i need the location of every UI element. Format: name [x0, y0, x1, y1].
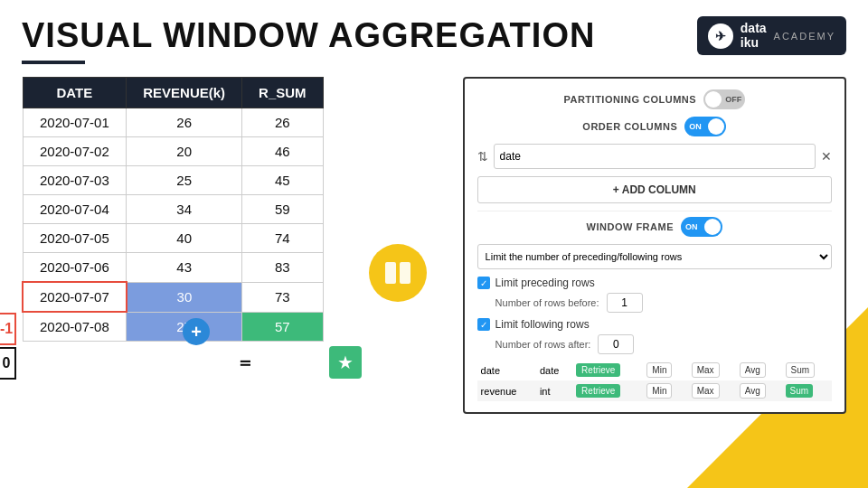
- header-divider: [22, 61, 85, 64]
- sort-icon: ⇅: [477, 149, 488, 164]
- column-dropdown[interactable]: date: [494, 144, 816, 169]
- table-cell: 74: [242, 224, 324, 253]
- table-cell: 2020-07-02: [23, 137, 127, 166]
- data-table: DATE REVENUE(k) R_SUM 2020-07-0126262020…: [22, 77, 324, 342]
- table-cell: 83: [242, 253, 324, 283]
- min-button[interactable]: Min: [646, 362, 672, 378]
- table-row: 2020-07-073073: [23, 282, 323, 312]
- wf-toggle-text: ON: [685, 222, 698, 231]
- table-row: 2020-07-032545: [23, 166, 323, 195]
- window-frame-dropdown-row: Limit the number of preceding/following …: [477, 244, 832, 269]
- bottom-table: datedateRetrieveMinMaxAvgSumrevenueintRe…: [477, 360, 832, 401]
- table-cell: 2020-07-06: [23, 253, 127, 283]
- limit-following-checkbox[interactable]: ✓: [477, 318, 490, 331]
- table-cell: 2020-07-04: [23, 195, 127, 224]
- window-frame-label: WINDOW FRAME: [587, 221, 674, 232]
- table-row: 2020-07-064383: [23, 253, 323, 283]
- partitioning-toggle[interactable]: OFF: [703, 89, 745, 109]
- bottom-col-name: date: [477, 360, 536, 380]
- limit-preceding-row: ✓ Limit preceding rows: [477, 277, 832, 289]
- bottom-col-type: int: [536, 380, 572, 401]
- wf-toggle-knob: [704, 219, 721, 235]
- main-content: -1 0 DATE REVENUE(k) R_SUM 2020-07-01262…: [0, 68, 868, 423]
- sum-button[interactable]: Sum: [786, 362, 816, 378]
- table-row: 2020-07-022046: [23, 137, 323, 166]
- table-row: 2020-07-043459: [23, 195, 323, 224]
- table-cell: 40: [127, 224, 242, 253]
- avg-button[interactable]: Avg: [740, 383, 766, 399]
- svg-rect-1: [400, 262, 410, 284]
- svg-rect-0: [385, 262, 396, 284]
- window-frame-row: WINDOW FRAME ON: [477, 217, 832, 237]
- rows-before-label: Number of rows before:: [495, 297, 599, 308]
- table-cell: 34: [127, 195, 242, 224]
- col-header-rsum: R_SUM: [242, 78, 324, 108]
- partitioning-toggle-text: OFF: [725, 95, 741, 104]
- table-cell: 2020-07-01: [23, 108, 127, 137]
- column-selector-row: ⇅ date ✕: [477, 144, 832, 169]
- max-button[interactable]: Max: [692, 362, 720, 378]
- page-title: VISUAL WINDOW AGGREGATION: [22, 16, 595, 55]
- table-cell: 45: [242, 166, 324, 195]
- table-row: 2020-07-082757: [23, 312, 323, 342]
- retrieve-button[interactable]: Retrieve: [576, 384, 620, 398]
- table-cell: 73: [242, 282, 324, 312]
- right-panel: PARTITIONING COLUMNS OFF ORDER COLUMNS O…: [463, 77, 846, 414]
- window-frame-select[interactable]: Limit the number of preceding/following …: [477, 244, 832, 269]
- table-cell: 30: [127, 282, 242, 312]
- bottom-col-type: date: [536, 360, 572, 380]
- rows-after-label: Number of rows after:: [495, 339, 591, 350]
- table-area: -1 0 DATE REVENUE(k) R_SUM 2020-07-01262…: [22, 77, 324, 342]
- order-label: ORDER COLUMNS: [582, 121, 677, 132]
- table-cell: 25: [127, 166, 242, 195]
- rows-after-row: Number of rows after:: [477, 334, 832, 354]
- table-cell: 57: [242, 312, 324, 342]
- limit-following-row: ✓ Limit following rows: [477, 318, 832, 331]
- max-button[interactable]: Max: [692, 383, 720, 399]
- rows-before-input[interactable]: [607, 293, 643, 313]
- order-toggle[interactable]: ON: [684, 117, 726, 136]
- panel-divider: [477, 211, 832, 211]
- table-cell: 46: [242, 137, 324, 166]
- table-cell: 2020-07-03: [23, 166, 127, 195]
- center-panel-icon: [369, 244, 427, 302]
- plus-badge: +: [183, 318, 210, 345]
- table-row: 2020-07-054074: [23, 224, 323, 253]
- bottom-table-row: revenueintRetrieveMinMaxAvgSum: [477, 380, 832, 401]
- column-close-icon[interactable]: ✕: [821, 149, 832, 164]
- partitioning-label: PARTITIONING COLUMNS: [563, 94, 696, 105]
- limit-following-label: Limit following rows: [495, 318, 590, 331]
- logo-sub: ACADEMY: [774, 31, 835, 42]
- bottom-table-row: datedateRetrieveMinMaxAvgSum: [477, 360, 832, 380]
- table-cell: 59: [242, 195, 324, 224]
- sum-button[interactable]: Sum: [786, 384, 814, 398]
- star-badge: ★: [329, 346, 362, 379]
- bottom-col-name: revenue: [477, 380, 536, 401]
- header: VISUAL WINDOW AGGREGATION ✈ dataiku ACAD…: [0, 0, 868, 55]
- row-label-minus1: -1: [0, 313, 16, 345]
- avg-button[interactable]: Avg: [740, 362, 766, 378]
- add-column-button[interactable]: + ADD COLUMN: [477, 176, 832, 203]
- table-cell: 2020-07-05: [23, 224, 127, 253]
- table-cell: 26: [127, 108, 242, 137]
- retrieve-button[interactable]: Retrieve: [576, 363, 620, 377]
- logo-icon: ✈: [708, 23, 733, 49]
- table-cell: 26: [242, 108, 324, 137]
- window-frame-toggle[interactable]: ON: [681, 217, 722, 237]
- min-button[interactable]: Min: [646, 383, 672, 399]
- col-header-revenue: REVENUE(k): [127, 78, 242, 108]
- rows-before-row: Number of rows before:: [477, 293, 832, 313]
- logo-name: dataiku: [741, 22, 767, 50]
- table-cell: 20: [127, 137, 242, 166]
- order-toggle-knob: [708, 118, 724, 135]
- table-cell: 2020-07-08: [23, 312, 127, 342]
- partitioning-row: PARTITIONING COLUMNS OFF: [477, 89, 832, 109]
- table-cell: 2020-07-07: [23, 282, 127, 312]
- col-header-date: DATE: [23, 78, 127, 108]
- equals-badge: ＝: [231, 352, 259, 373]
- rows-after-input[interactable]: [598, 334, 634, 354]
- row-label-zero: 0: [0, 347, 16, 380]
- order-toggle-text: ON: [689, 122, 702, 131]
- limit-preceding-checkbox[interactable]: ✓: [477, 277, 490, 289]
- table-row: 2020-07-012626: [23, 108, 323, 137]
